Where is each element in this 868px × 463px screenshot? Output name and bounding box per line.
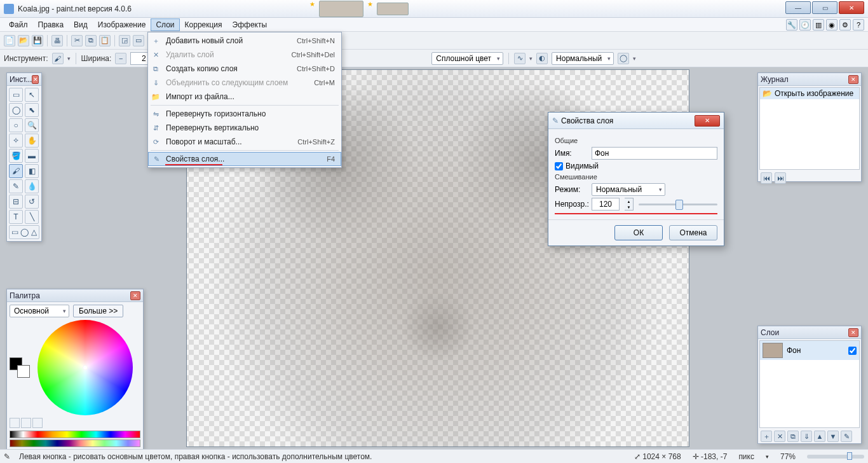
fill-style-combo[interactable]: Сплошной цвет [431,52,503,65]
zoom-slider[interactable] [807,455,864,459]
cursor-position: ✛ -183, -7 [693,452,728,461]
rect-select-tool[interactable]: ▭ [9,88,23,102]
add-layer-icon[interactable]: ＋ [761,431,772,442]
visible-checkbox[interactable] [555,162,563,170]
palette-menu-icon[interactable] [32,418,43,428]
reset-colors-icon[interactable] [21,418,31,428]
blend-mode-select[interactable]: Нормальный [592,183,665,196]
pan-tool[interactable]: ✋ [25,134,39,148]
color-strip-1[interactable] [10,431,140,438]
menu-effects[interactable]: Эффекты [227,18,273,31]
print-icon[interactable]: 🖶 [51,35,63,46]
clone-tool[interactable]: ⊟ [9,195,23,209]
width-dec-icon[interactable]: − [115,53,126,64]
save-icon[interactable]: 💾 [32,35,43,46]
merge-layer-icon[interactable]: ⇓ [801,431,812,442]
brush-tool-icon[interactable]: 🖌 [52,53,64,64]
close-icon[interactable]: ✕ [130,291,140,300]
close-icon[interactable]: ✕ [848,328,858,337]
copy-icon[interactable]: ⧉ [85,35,97,46]
opacity-slider[interactable] [639,198,717,210]
dd-import-file[interactable]: 📁Импорт из файла... [148,90,341,104]
more-button[interactable]: Больше >> [73,305,123,317]
shapes-tool[interactable]: ▭ ◯ △ [9,225,39,239]
delete-layer-icon[interactable]: ✕ [774,431,785,442]
plus-icon: ＋ [151,36,161,46]
zoom-tool[interactable]: 🔍 [25,118,39,132]
text-tool[interactable]: T [9,210,23,224]
color-picker-tool[interactable]: 💧 [25,179,39,193]
dd-flip-h[interactable]: ⇋Перевернуть горизонтально [148,107,341,121]
menu-file[interactable]: Файл [4,18,33,31]
fill-tool[interactable]: 🪣 [9,149,23,163]
menu-image[interactable]: Изображение [93,18,151,31]
undo-all-icon[interactable]: ⏮ [761,172,772,184]
close-icon[interactable]: ✕ [848,75,858,84]
paste-icon[interactable]: 📋 [99,35,111,46]
menu-layers[interactable]: Слои [151,18,179,31]
close-button[interactable]: ✕ [839,1,864,14]
cut-icon[interactable]: ✂ [71,35,83,46]
layer-name-input[interactable] [592,147,717,160]
maximize-button[interactable]: ▭ [812,1,837,14]
open-icon[interactable]: 📂 [18,35,29,46]
dd-add-layer[interactable]: ＋Добавить новый слойCtrl+Shift+N [148,34,341,48]
menu-edit[interactable]: Правка [33,18,69,31]
color-strip-2[interactable] [10,439,140,447]
status-bar: ✎ Левая кнопка - рисовать основным цвето… [0,449,868,463]
dd-duplicate-layer[interactable]: ⧉Создать копию слояCtrl+Shift+D [148,62,341,76]
help-icon[interactable]: ? [853,19,864,31]
colors-toggle-icon[interactable]: ◉ [826,19,837,31]
blend-mode-combo[interactable]: Нормальный [552,52,614,65]
new-icon[interactable]: 📄 [4,35,15,46]
move-tool[interactable]: ↖ [25,88,39,102]
layer-name: Фон [787,346,801,355]
settings-icon[interactable]: ⚙ [839,19,851,31]
doc-thumb-2[interactable] [377,3,409,15]
move-selection-tool[interactable]: ⬉ [25,103,39,117]
curve-icon[interactable]: ∿ [514,53,526,64]
deselect-icon[interactable]: ▭ [133,35,144,46]
dd-flip-v[interactable]: ⇵Перевернуть вертикально [148,121,341,135]
doc-thumb-1[interactable] [319,1,363,17]
redo-all-icon[interactable]: ⏭ [775,172,786,184]
layers-toggle-icon[interactable]: ▥ [813,19,824,31]
dialog-close-button[interactable]: ✕ [695,115,720,127]
crop-icon[interactable]: ◲ [119,35,130,46]
swap-colors-icon[interactable] [10,418,20,428]
gradient-tool[interactable]: ▬ [25,149,39,163]
utility-icons: 🔧 🕘 ▥ ◉ ⚙ ? [786,19,864,31]
minimize-button[interactable]: — [785,1,811,14]
close-icon[interactable]: ✕ [32,75,39,84]
recolor-tool[interactable]: ↺ [25,195,39,209]
paintbrush-tool[interactable]: 🖌 [9,164,23,178]
layer-props-icon[interactable]: ✎ [841,431,852,442]
duplicate-layer-icon[interactable]: ⧉ [787,431,799,442]
lasso-tool[interactable]: ◯ [9,103,23,117]
history-toggle-icon[interactable]: 🕘 [799,19,811,31]
tools-toggle-icon[interactable]: 🔧 [786,19,797,31]
cancel-button[interactable]: Отмена [669,225,717,240]
history-item[interactable]: 📂Открыть изображение [760,88,859,99]
pencil-tool[interactable]: ✎ [9,179,23,193]
magic-wand-tool[interactable]: ✧ [9,134,23,148]
overwrite-icon[interactable]: ◯ [618,53,629,64]
color-swatches[interactable] [10,357,30,378]
blend-icon[interactable]: ◐ [536,53,548,64]
move-down-icon[interactable]: ▼ [827,431,839,442]
ok-button[interactable]: ОК [614,225,663,240]
layer-visible-checkbox[interactable] [848,347,857,355]
ellipse-select-tool[interactable]: ○ [9,118,23,132]
color-slot-combo[interactable]: Основной [10,305,69,317]
color-wheel[interactable] [37,320,133,415]
move-up-icon[interactable]: ▲ [814,431,825,442]
dd-rotate-zoom[interactable]: ⟳Поворот и масштаб...Ctrl+Shift+Z [148,135,341,149]
opacity-input[interactable] [592,198,620,211]
units-label[interactable]: пикс [738,452,754,461]
layer-item[interactable]: Фон [760,341,859,360]
opacity-spinner[interactable]: ▲▼ [625,198,634,211]
menu-view[interactable]: Вид [69,18,93,31]
eraser-tool[interactable]: ◧ [25,164,39,178]
line-tool[interactable]: ╲ [25,210,39,224]
menu-adjust[interactable]: Коррекция [180,18,227,31]
